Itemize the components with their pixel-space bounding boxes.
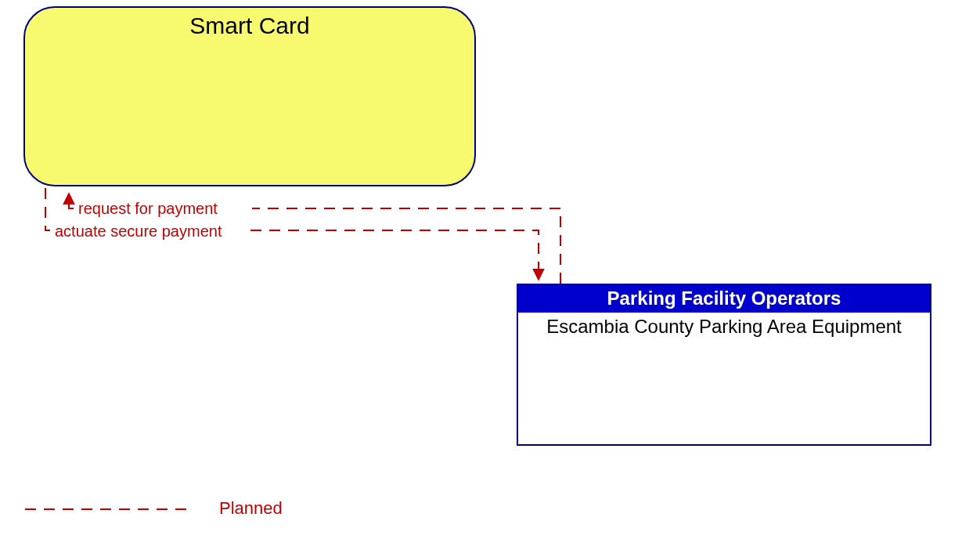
node-smart-card: Smart Card (23, 6, 476, 186)
node-parking: Parking Facility Operators Escambia Coun… (517, 284, 931, 446)
flow-line-actuate-secure-payment (45, 188, 50, 230)
node-parking-body: Escambia County Parking Area Equipment (518, 313, 930, 341)
legend-planned-label: Planned (219, 498, 283, 519)
flow-line-request-for-payment-2 (69, 194, 74, 208)
flow-line-actuate-secure-payment-2 (250, 230, 539, 279)
flow-label-actuate-secure-payment: actuate secure payment (55, 222, 222, 241)
node-smart-card-title: Smart Card (25, 13, 474, 39)
flow-line-request-for-payment (252, 208, 560, 284)
flow-label-request-for-payment: request for payment (78, 200, 218, 218)
diagram-canvas: Smart Card Parking Facility Operators Es… (0, 0, 980, 539)
node-parking-header: Parking Facility Operators (518, 285, 930, 313)
